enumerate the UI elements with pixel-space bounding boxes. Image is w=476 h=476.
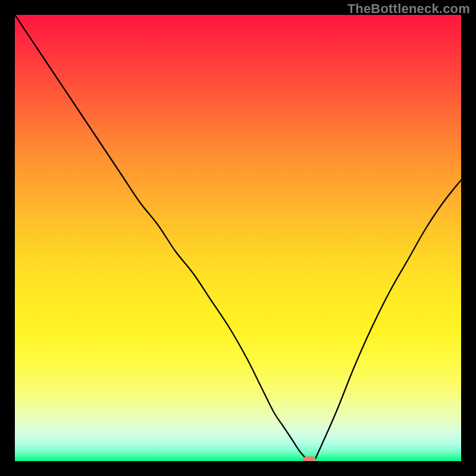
chart-frame: TheBottleneck.com — [0, 0, 476, 476]
optimal-marker — [303, 456, 317, 461]
plot-area — [15, 15, 461, 461]
bottleneck-curve — [15, 15, 461, 461]
